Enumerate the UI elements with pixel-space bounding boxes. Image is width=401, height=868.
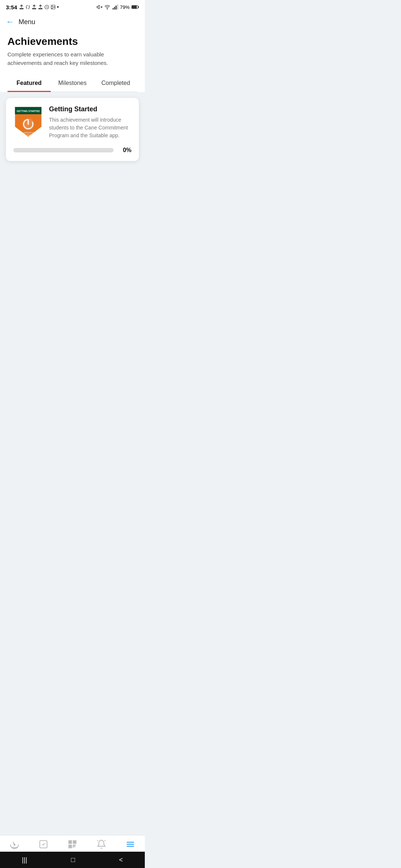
- achievement-card[interactable]: GETTING STARTED UNIVERSITY OF MIAMI Gett…: [6, 98, 139, 161]
- sync-icon: [25, 4, 30, 10]
- status-left: 3:54 •: [6, 4, 59, 10]
- svg-rect-12: [115, 6, 117, 10]
- card-info: Getting Started This achievement will in…: [49, 105, 131, 139]
- upload-icon: [19, 4, 24, 10]
- upload2-icon: [32, 4, 37, 10]
- main-area: GETTING STARTED UNIVERSITY OF MIAMI Gett…: [0, 92, 145, 277]
- svg-text:UNIVERSITY: UNIVERSITY: [23, 132, 34, 134]
- svg-rect-11: [114, 7, 115, 9]
- svg-point-5: [52, 6, 53, 7]
- achievement-badge: GETTING STARTED UNIVERSITY OF MIAMI: [13, 105, 43, 139]
- progress-percent: 0%: [118, 147, 131, 154]
- header: ← Menu: [0, 13, 145, 30]
- image-icon: [50, 4, 56, 10]
- svg-text:GETTING STARTED: GETTING STARTED: [17, 110, 40, 112]
- page-content: Achievements Complete experiences to ear…: [0, 30, 145, 92]
- status-right: 79%: [97, 4, 139, 10]
- svg-rect-15: [132, 6, 137, 9]
- status-bar: 3:54 • 79%: [0, 0, 145, 13]
- tab-featured[interactable]: Featured: [7, 75, 51, 92]
- status-time: 3:54: [6, 4, 17, 10]
- tabs-container: Featured Milestones Completed: [7, 75, 137, 92]
- svg-rect-13: [117, 4, 118, 10]
- wifi-icon: [104, 4, 110, 10]
- card-title: Getting Started: [49, 105, 131, 113]
- mute-icon: [97, 4, 102, 10]
- battery-text: 79%: [120, 4, 130, 10]
- svg-rect-10: [113, 8, 114, 10]
- tab-completed[interactable]: Completed: [94, 75, 137, 92]
- svg-rect-1: [32, 9, 36, 9]
- battery-icon: [131, 5, 139, 9]
- tab-milestones[interactable]: Milestones: [51, 75, 94, 92]
- clock-icon: [44, 4, 49, 10]
- svg-marker-6: [97, 5, 99, 9]
- svg-rect-2: [39, 9, 42, 9]
- status-icons: •: [19, 4, 59, 10]
- page-subtitle: Complete experiences to earn valuable ac…: [7, 50, 137, 67]
- card-description: This achievement will introduce students…: [49, 116, 131, 139]
- card-top: GETTING STARTED UNIVERSITY OF MIAMI Gett…: [13, 105, 131, 139]
- upload3-icon: [38, 4, 43, 10]
- header-title: Menu: [19, 18, 35, 26]
- svg-rect-0: [20, 9, 23, 9]
- svg-text:OF MIAMI: OF MIAMI: [24, 134, 32, 136]
- progress-bar-background: [13, 148, 114, 152]
- back-button[interactable]: ←: [6, 17, 14, 27]
- dot-icon: •: [57, 4, 59, 10]
- svg-point-9: [107, 9, 107, 9]
- progress-row: 0%: [13, 147, 131, 154]
- page-title: Achievements: [7, 36, 137, 47]
- signal-icon: [112, 4, 118, 10]
